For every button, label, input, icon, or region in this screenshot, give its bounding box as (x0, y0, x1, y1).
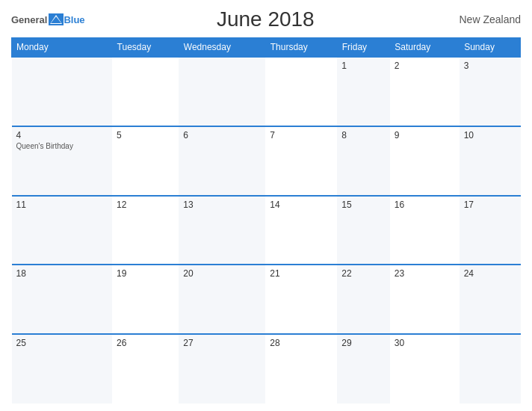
col-wednesday: Wednesday (179, 38, 265, 58)
day-number: 25 (16, 338, 108, 348)
day-number: 8 (341, 130, 386, 140)
day-number: 6 (183, 130, 261, 140)
day-number: 5 (117, 130, 174, 140)
col-saturday: Saturday (390, 38, 460, 58)
calendar-cell: 20 (179, 265, 265, 334)
calendar-cell: 14 (265, 196, 337, 265)
day-number: 2 (395, 61, 455, 71)
day-number: 29 (341, 338, 386, 348)
calendar-cell (12, 57, 113, 126)
calendar-week-row: 123 (12, 57, 521, 126)
calendar-cell: 28 (265, 334, 337, 404)
col-thursday: Thursday (265, 38, 337, 58)
calendar-cell: 22 (337, 265, 390, 334)
day-number: 30 (395, 338, 455, 348)
calendar-cell: 1 (337, 57, 390, 126)
calendar-cell: 30 (390, 334, 460, 404)
logo-blue-text: Blue (64, 14, 84, 25)
calendar-cell: 19 (112, 265, 179, 334)
region-label: New Zealand (446, 13, 521, 25)
day-number: 27 (183, 338, 261, 348)
col-friday: Friday (337, 38, 390, 58)
day-number: 18 (16, 268, 108, 279)
calendar-cell: 21 (265, 265, 337, 334)
calendar-cell: 11 (12, 196, 113, 265)
holiday-label: Queen's Birthday (16, 142, 108, 150)
day-number: 17 (464, 200, 516, 210)
calendar-header-row: Monday Tuesday Wednesday Thursday Friday… (12, 38, 521, 58)
calendar-cell: 2 (390, 57, 460, 126)
day-number: 4 (16, 130, 108, 140)
calendar-cell: 29 (337, 334, 390, 404)
day-number: 16 (395, 200, 455, 210)
day-number: 10 (464, 130, 516, 140)
calendar-cell: 27 (179, 334, 265, 404)
col-monday: Monday (12, 38, 113, 58)
day-number: 1 (341, 61, 386, 71)
logo-general-text: General (11, 14, 47, 25)
calendar-cell: 9 (390, 126, 460, 196)
calendar-cell: 24 (460, 265, 521, 334)
calendar-week-row: 11121314151617 (12, 196, 521, 265)
calendar-cell: 25 (12, 334, 113, 404)
calendar-cell: 15 (337, 196, 390, 265)
day-number: 19 (117, 268, 174, 279)
col-tuesday: Tuesday (112, 38, 179, 58)
day-number: 23 (395, 268, 455, 279)
calendar-cell: 26 (112, 334, 179, 404)
calendar-cell: 17 (460, 196, 521, 265)
calendar-cell: 5 (112, 126, 179, 196)
day-number: 11 (16, 200, 108, 210)
calendar-cell: 4Queen's Birthday (12, 126, 113, 196)
day-number: 7 (270, 130, 332, 140)
calendar-cell (265, 57, 337, 126)
calendar-cell (179, 57, 265, 126)
day-number: 24 (464, 268, 516, 279)
calendar-cell (460, 334, 521, 404)
day-number: 22 (341, 268, 386, 279)
calendar-week-row: 18192021222324 (12, 265, 521, 334)
calendar-cell: 10 (460, 126, 521, 196)
day-number: 15 (341, 200, 386, 210)
calendar-cell: 18 (12, 265, 113, 334)
calendar-table: Monday Tuesday Wednesday Thursday Friday… (11, 37, 521, 404)
day-number: 9 (395, 130, 455, 140)
day-number: 3 (464, 61, 516, 71)
logo: General Blue (11, 13, 85, 25)
calendar-week-row: 252627282930 (12, 334, 521, 404)
calendar-week-row: 4Queen's Birthday5678910 (12, 126, 521, 196)
calendar-cell: 7 (265, 126, 337, 196)
calendar-header: General Blue June 2018 New Zealand (11, 7, 521, 31)
day-number: 14 (270, 200, 332, 210)
calendar-cell: 12 (112, 196, 179, 265)
day-number: 21 (270, 268, 332, 279)
calendar-cell (112, 57, 179, 126)
day-number: 20 (183, 268, 261, 279)
calendar-cell: 8 (337, 126, 390, 196)
calendar-cell: 16 (390, 196, 460, 265)
day-number: 28 (270, 338, 332, 348)
calendar-cell: 6 (179, 126, 265, 196)
calendar-title: June 2018 (85, 7, 446, 31)
col-sunday: Sunday (460, 38, 521, 58)
calendar-cell: 3 (460, 57, 521, 126)
day-number: 12 (117, 200, 174, 210)
day-number: 26 (117, 338, 174, 348)
logo-icon (49, 13, 64, 25)
calendar-cell: 23 (390, 265, 460, 334)
calendar-cell: 13 (179, 196, 265, 265)
day-number: 13 (183, 200, 261, 210)
